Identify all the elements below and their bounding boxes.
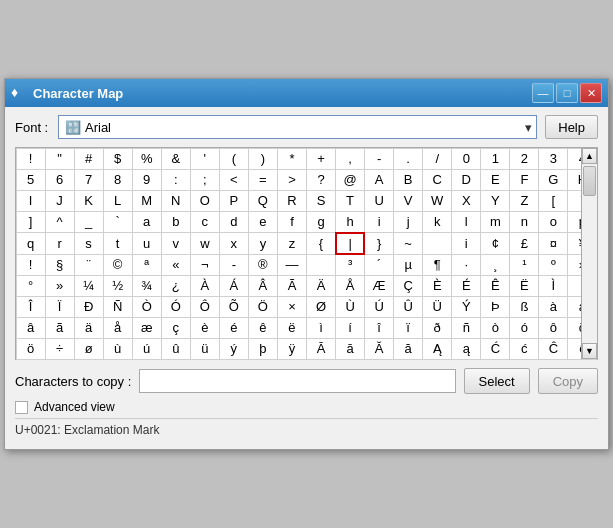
- char-cell[interactable]: ö: [16, 338, 46, 360]
- char-cell[interactable]: M: [132, 190, 162, 212]
- char-cell[interactable]: s: [74, 232, 104, 255]
- minimize-button[interactable]: —: [532, 83, 554, 103]
- char-cell[interactable]: ă: [393, 338, 423, 360]
- char-cell[interactable]: —: [277, 254, 307, 276]
- char-cell[interactable]: ´: [364, 254, 394, 276]
- char-cell[interactable]: m: [480, 211, 510, 233]
- char-cell[interactable]: r: [45, 232, 75, 255]
- char-cell[interactable]: Ù: [335, 296, 365, 318]
- char-cell[interactable]: ª: [132, 254, 162, 276]
- char-cell[interactable]: 2: [509, 148, 539, 170]
- char-cell[interactable]: j: [393, 211, 423, 233]
- char-cell[interactable]: Q: [248, 190, 278, 212]
- maximize-button[interactable]: □: [556, 83, 578, 103]
- char-cell[interactable]: ¢: [480, 232, 510, 255]
- char-cell[interactable]: ü: [190, 338, 220, 360]
- char-cell[interactable]: ^: [45, 211, 75, 233]
- char-cell[interactable]: ä: [74, 317, 104, 339]
- char-cell[interactable]: K: [74, 190, 104, 212]
- char-cell[interactable]: B: [393, 169, 423, 191]
- char-cell[interactable]: &: [161, 148, 191, 170]
- char-cell[interactable]: z: [277, 232, 307, 255]
- char-cell[interactable]: ¶: [422, 254, 452, 276]
- select-button[interactable]: Select: [464, 368, 530, 394]
- char-cell[interactable]: i: [364, 211, 394, 233]
- char-cell[interactable]: |: [335, 232, 365, 255]
- char-cell[interactable]: q: [16, 232, 46, 255]
- char-cell[interactable]: Þ: [480, 296, 510, 318]
- char-cell[interactable]: h: [335, 211, 365, 233]
- close-button[interactable]: ✕: [580, 83, 602, 103]
- char-cell[interactable]: D: [451, 169, 481, 191]
- char-cell[interactable]: ¿: [161, 275, 191, 297]
- char-cell[interactable]: ç: [161, 317, 191, 339]
- char-cell[interactable]: å: [103, 317, 133, 339]
- scroll-up-arrow[interactable]: ▲: [582, 148, 597, 164]
- char-cell[interactable]: e: [248, 211, 278, 233]
- char-cell[interactable]: [: [538, 190, 568, 212]
- char-cell[interactable]: y: [248, 232, 278, 255]
- char-cell[interactable]: ": [45, 148, 75, 170]
- char-cell[interactable]: ³: [335, 254, 365, 276]
- char-cell[interactable]: 7: [74, 169, 104, 191]
- char-cell[interactable]: ą: [451, 338, 481, 360]
- char-cell[interactable]: C: [422, 169, 452, 191]
- char-cell[interactable]: Ô: [190, 296, 220, 318]
- char-cell[interactable]: (: [219, 148, 249, 170]
- char-cell[interactable]: Y: [480, 190, 510, 212]
- char-cell[interactable]: d: [219, 211, 249, 233]
- char-cell[interactable]: ©: [103, 254, 133, 276]
- char-cell[interactable]: Ì: [538, 275, 568, 297]
- char-cell[interactable]: Ë: [509, 275, 539, 297]
- char-cell[interactable]: è: [190, 317, 220, 339]
- char-cell[interactable]: û: [161, 338, 191, 360]
- char-cell[interactable]: î: [364, 317, 394, 339]
- char-cell[interactable]: Ä: [306, 275, 336, 297]
- char-cell[interactable]: [306, 254, 336, 276]
- char-cell[interactable]: é: [219, 317, 249, 339]
- char-cell[interactable]: ;: [190, 169, 220, 191]
- char-cell[interactable]: a: [132, 211, 162, 233]
- char-cell[interactable]: g: [306, 211, 336, 233]
- char-cell[interactable]: ¨: [74, 254, 104, 276]
- char-cell[interactable]: ·: [451, 254, 481, 276]
- char-cell[interactable]: Z: [509, 190, 539, 212]
- char-cell[interactable]: à: [538, 296, 568, 318]
- char-cell[interactable]: ā: [335, 338, 365, 360]
- char-cell[interactable]: 5: [16, 169, 46, 191]
- char-cell[interactable]: ÷: [45, 338, 75, 360]
- char-cell[interactable]: -: [364, 148, 394, 170]
- char-cell[interactable]: Ĉ: [538, 338, 568, 360]
- char-cell[interactable]: Æ: [364, 275, 394, 297]
- char-cell[interactable]: ¸: [480, 254, 510, 276]
- char-cell[interactable]: Ü: [422, 296, 452, 318]
- char-cell[interactable]: °: [16, 275, 46, 297]
- char-cell[interactable]: 9: [132, 169, 162, 191]
- char-cell[interactable]: F: [509, 169, 539, 191]
- char-cell[interactable]: 1: [480, 148, 510, 170]
- char-cell[interactable]: ã: [45, 317, 75, 339]
- char-cell[interactable]: <: [219, 169, 249, 191]
- char-cell[interactable]: ¾: [132, 275, 162, 297]
- scroll-down-arrow[interactable]: ▼: [582, 343, 597, 359]
- char-cell[interactable]: !: [16, 254, 46, 276]
- char-cell[interactable]: ð: [422, 317, 452, 339]
- char-cell[interactable]: ø: [74, 338, 104, 360]
- char-cell[interactable]: Ñ: [103, 296, 133, 318]
- char-cell[interactable]: x: [219, 232, 249, 255]
- char-cell[interactable]: Û: [393, 296, 423, 318]
- char-cell[interactable]: ê: [248, 317, 278, 339]
- char-cell[interactable]: Î: [16, 296, 46, 318]
- char-cell[interactable]: Ç: [393, 275, 423, 297]
- char-cell[interactable]: U: [364, 190, 394, 212]
- char-cell[interactable]: k: [422, 211, 452, 233]
- char-cell[interactable]: ': [190, 148, 220, 170]
- char-cell[interactable]: _: [74, 211, 104, 233]
- char-cell[interactable]: b: [161, 211, 191, 233]
- char-cell[interactable]: ?: [306, 169, 336, 191]
- char-cell[interactable]: +: [306, 148, 336, 170]
- char-cell[interactable]: ]: [16, 211, 46, 233]
- char-cell[interactable]: ¬: [190, 254, 220, 276]
- char-cell[interactable]: »: [45, 275, 75, 297]
- char-cell[interactable]: w: [190, 232, 220, 255]
